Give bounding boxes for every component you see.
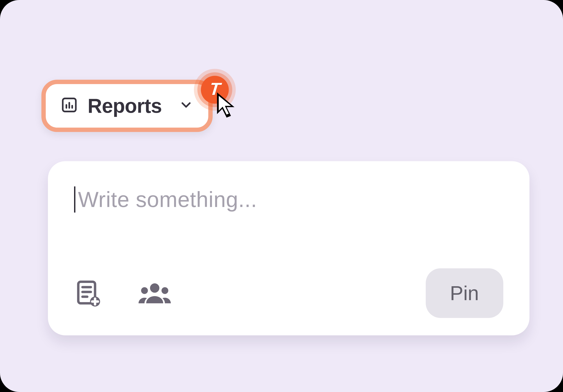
add-note-icon[interactable] <box>74 279 103 307</box>
badge-glyph: T <box>208 79 221 98</box>
composer-card: Write something... <box>48 161 529 335</box>
reports-dropdown[interactable]: Reports <box>41 80 213 132</box>
people-icon[interactable] <box>138 281 172 305</box>
reports-dropdown-label: Reports <box>88 94 162 118</box>
highlight-badge[interactable]: T <box>194 69 236 110</box>
composer-footer: Pin <box>74 268 503 318</box>
bar-chart-icon <box>61 96 78 115</box>
composer-input[interactable]: Write something... <box>74 186 503 212</box>
badge-core: T <box>201 76 229 104</box>
pin-button-label: Pin <box>450 282 479 305</box>
pin-button[interactable]: Pin <box>425 268 503 318</box>
text-caret <box>74 186 75 212</box>
svg-point-15 <box>161 287 168 294</box>
chevron-down-icon <box>179 98 193 114</box>
composer-placeholder: Write something... <box>78 187 257 212</box>
svg-point-14 <box>141 287 148 294</box>
app-panel: Reports T <box>0 0 563 392</box>
svg-point-13 <box>150 283 159 293</box>
